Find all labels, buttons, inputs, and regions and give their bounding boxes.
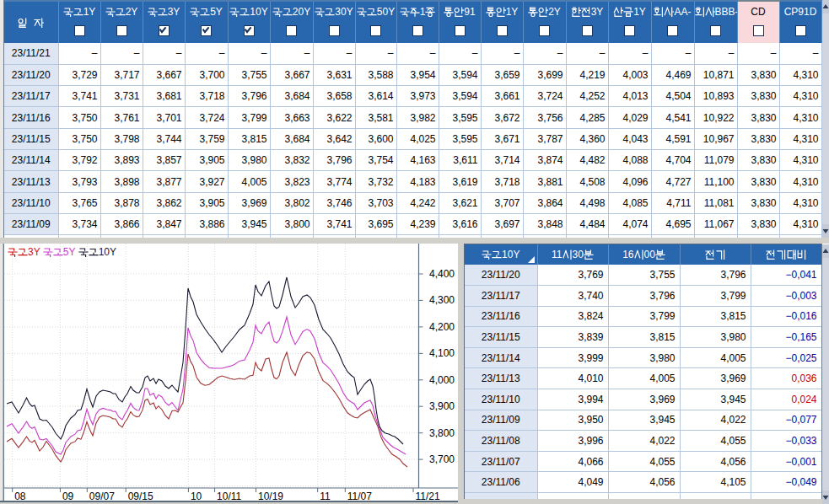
svg-text:4,100: 4,100 xyxy=(429,347,455,359)
svg-text:11: 11 xyxy=(320,491,331,502)
svg-text:10/11: 10/11 xyxy=(217,491,241,502)
svg-text:08: 08 xyxy=(14,491,26,502)
svg-text:4,200: 4,200 xyxy=(429,321,455,333)
svg-text:3,800: 3,800 xyxy=(429,427,455,439)
svg-text:10: 10 xyxy=(191,491,202,502)
svg-text:09: 09 xyxy=(62,491,74,502)
svg-text:11/21: 11/21 xyxy=(416,491,440,502)
svg-text:09/07: 09/07 xyxy=(89,491,115,502)
svg-text:4,300: 4,300 xyxy=(429,294,455,306)
svg-text:4,400: 4,400 xyxy=(429,268,455,280)
svg-text:10/19: 10/19 xyxy=(258,491,283,502)
svg-text:3,900: 3,900 xyxy=(429,400,455,412)
svg-text:4,000: 4,000 xyxy=(429,374,455,386)
svg-text:11/07: 11/07 xyxy=(347,491,372,502)
svg-text:09/15: 09/15 xyxy=(128,491,153,502)
svg-text:3,700: 3,700 xyxy=(429,453,455,465)
